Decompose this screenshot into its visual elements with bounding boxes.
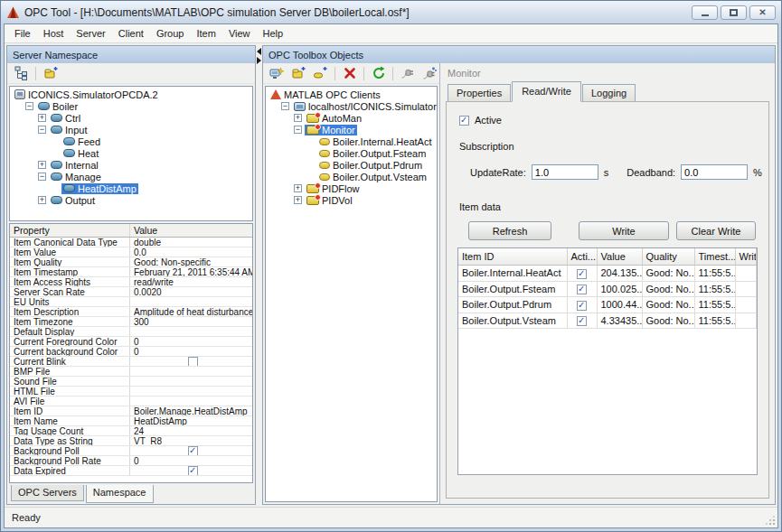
tree-node[interactable]: Boiler.Output.Pdrum — [266, 159, 437, 171]
tree-node-body[interactable]: Boiler.Output.Pdrum — [317, 160, 424, 171]
clear-write-button[interactable]: Clear Write — [676, 221, 756, 240]
tree-node-body[interactable]: localhost/ICONICS.SimulatorOPCDA.2 — [292, 101, 438, 112]
tree-node-body[interactable]: PIDFlow — [305, 183, 362, 194]
tree-node-body[interactable]: Output — [49, 195, 97, 206]
refresh-button[interactable] — [369, 65, 388, 82]
item-table-row[interactable]: Boiler.Output.Vsteam4.33435...Good: No..… — [458, 313, 757, 329]
value-column-header[interactable]: Value — [130, 224, 252, 237]
collapse-right-icon[interactable] — [257, 57, 261, 64]
item-active-checkbox[interactable] — [577, 285, 587, 294]
property-column-header[interactable]: Property — [10, 224, 130, 237]
deadband-input[interactable] — [681, 164, 748, 180]
tree-node[interactable]: − localhost/ICONICS.SimulatorOPCDA.2 — [266, 100, 437, 112]
item-table-column-header[interactable]: Item ID — [458, 248, 567, 266]
menu-item[interactable]: Group — [150, 25, 191, 42]
property-checkbox[interactable] — [188, 446, 198, 455]
item-table-column-header[interactable]: Value — [597, 248, 642, 266]
close-button[interactable]: ✕ — [749, 5, 776, 20]
menu-item[interactable]: Server — [70, 25, 111, 42]
tree-node[interactable]: − Manage — [10, 171, 252, 182]
tree-node[interactable]: MATLAB OPC Clients — [266, 89, 437, 100]
panel-tab[interactable]: OPC Servers — [11, 485, 84, 501]
tree-node-body[interactable]: Input — [49, 125, 89, 135]
tree-node[interactable]: ICONICS.SimulatorOPCDA.2 — [10, 89, 252, 100]
property-checkbox[interactable] — [188, 466, 198, 475]
expander-icon[interactable]: + — [38, 161, 46, 169]
tree-node[interactable]: Feed — [10, 135, 252, 147]
panel-splitter[interactable] — [256, 45, 262, 505]
item-table-row[interactable]: Boiler.Output.Pdrum1000.44...Good: No...… — [458, 297, 757, 313]
menu-item[interactable]: Help — [257, 25, 290, 42]
tree-node-body[interactable]: Boiler — [36, 101, 80, 112]
menu-item[interactable]: File — [8, 25, 37, 42]
property-checkbox[interactable] — [188, 357, 198, 366]
connect-button[interactable] — [398, 65, 417, 82]
expander-icon[interactable]: − — [281, 102, 289, 110]
maximize-button[interactable] — [721, 5, 747, 20]
item-table-column-header[interactable]: Acti... — [567, 248, 597, 266]
tree-node[interactable]: HeatDistAmp — [10, 182, 252, 194]
add-group-button[interactable] — [288, 65, 307, 82]
tree-node[interactable]: Boiler.Output.Fsteam — [266, 147, 437, 159]
item-active-checkbox[interactable] — [577, 301, 587, 311]
item-table-column-header[interactable]: Quality — [642, 248, 694, 266]
update-rate-input[interactable] — [532, 164, 598, 180]
tree-node-body[interactable]: MATLAB OPC Clients — [269, 89, 382, 100]
tree-node-body[interactable]: Manage — [49, 172, 103, 182]
expander-icon[interactable]: + — [38, 196, 46, 204]
tree-node-body[interactable]: AutoMan — [305, 113, 363, 124]
tree-node[interactable]: − Input — [10, 124, 252, 135]
menu-item[interactable]: View — [222, 25, 257, 42]
tree-node[interactable]: − Monitor — [266, 124, 437, 135]
menu-item[interactable]: Client — [112, 25, 150, 42]
tree-node-body[interactable]: Boiler.Output.Fsteam — [317, 148, 428, 159]
expander-icon[interactable]: − — [294, 126, 302, 134]
collapse-left-icon[interactable] — [257, 48, 261, 55]
hierarchy-button[interactable] — [11, 65, 31, 82]
item-active-checkbox[interactable] — [577, 316, 587, 326]
expander-icon[interactable]: + — [294, 114, 302, 122]
item-table-row[interactable]: Boiler.Internal.HeatAct204.135...Good: N… — [458, 266, 757, 282]
tree-node[interactable]: + Output — [10, 194, 252, 206]
refresh-items-button[interactable]: Refresh — [468, 221, 551, 240]
add-client-button[interactable] — [267, 65, 286, 82]
tree-node[interactable]: Heat — [10, 147, 252, 159]
item-table-column-header[interactable]: Timest... — [694, 248, 735, 266]
tree-node-body[interactable]: Ctrl — [49, 113, 82, 124]
tree-node-body[interactable]: Boiler.Internal.HeatAct — [317, 136, 433, 147]
monitor-tab[interactable]: Properties — [448, 84, 511, 101]
minimize-button[interactable] — [692, 5, 718, 20]
titlebar[interactable]: OPC Tool - [H:\Documents\MATLAB\OPC simu… — [1, 1, 781, 23]
expander-icon[interactable]: − — [25, 102, 33, 110]
expander-icon[interactable]: + — [38, 114, 46, 122]
item-active-checkbox[interactable] — [577, 269, 587, 279]
menu-item[interactable]: Host — [37, 25, 71, 42]
delete-button[interactable] — [340, 65, 359, 82]
add-item-button[interactable] — [311, 65, 330, 82]
tree-node-body[interactable]: PIDVol — [305, 195, 354, 206]
tree-node[interactable]: − Boiler — [10, 100, 252, 112]
tree-node-body[interactable]: HeatDistAmp — [61, 183, 138, 194]
tree-node-body[interactable]: Boiler.Output.Vsteam — [317, 172, 429, 182]
tree-node[interactable]: + Internal — [10, 159, 252, 171]
panel-tab[interactable]: Namespace — [86, 485, 154, 503]
monitor-tab[interactable]: Read/Write — [512, 81, 581, 102]
item-table-row[interactable]: Boiler.Output.Fsteam100.025...Good: No..… — [458, 281, 757, 297]
tree-node-body[interactable]: Heat — [61, 148, 100, 159]
item-table-column-header[interactable]: Write ... — [735, 248, 757, 266]
expander-icon[interactable]: + — [294, 184, 302, 192]
tree-node-body[interactable]: Feed — [61, 136, 102, 147]
expander-icon[interactable]: − — [38, 173, 46, 181]
tree-node[interactable]: + PIDFlow — [266, 182, 437, 194]
add-group-button[interactable] — [41, 65, 61, 82]
tree-node[interactable]: Boiler.Output.Vsteam — [266, 171, 437, 182]
write-button[interactable]: Write — [579, 221, 669, 240]
monitor-tab[interactable]: Logging — [582, 84, 636, 101]
tree-node[interactable]: + AutoMan — [266, 112, 437, 124]
tree-node[interactable]: + Ctrl — [10, 112, 252, 124]
disconnect-button[interactable] — [420, 65, 439, 82]
menu-item[interactable]: Item — [190, 25, 221, 42]
expander-icon[interactable]: − — [38, 126, 46, 134]
tree-node[interactable]: + PIDVol — [266, 194, 437, 206]
expander-icon[interactable]: + — [294, 196, 302, 204]
